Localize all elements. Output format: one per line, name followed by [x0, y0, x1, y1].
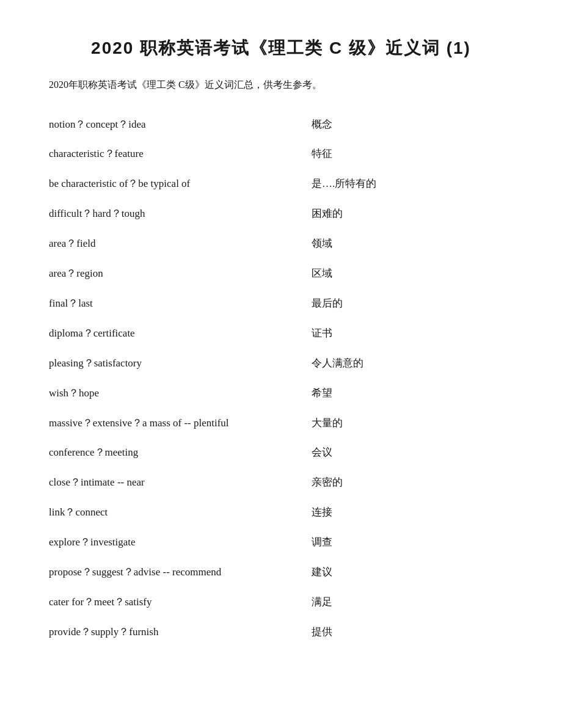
- vocab-item: be characteristic of？be typical of是….所特有…: [49, 169, 513, 199]
- vocab-english: be characteristic of？be typical of: [49, 175, 305, 193]
- vocab-item: pleasing？satisfactory令人满意的: [49, 349, 513, 379]
- vocab-chinese: 大量的: [312, 415, 343, 432]
- vocab-english: close？intimate -- near: [49, 474, 305, 492]
- vocab-item: conference？meeting会议: [49, 438, 513, 468]
- vocab-english: wish？hope: [49, 385, 305, 402]
- vocab-english: pleasing？satisfactory: [49, 355, 305, 373]
- vocab-item: area？region区域: [49, 259, 513, 289]
- vocab-item: link？connect连接: [49, 498, 513, 528]
- page-subtitle: 2020年职称英语考试《理工类 C级》近义词汇总，供考生参考。: [49, 77, 513, 93]
- vocab-chinese: 提供: [312, 624, 332, 641]
- vocab-item: massive？extensive？a mass of -- plentiful…: [49, 409, 513, 439]
- vocab-item: area？field领域: [49, 229, 513, 259]
- vocab-english: final？last: [49, 295, 305, 313]
- vocab-english: conference？meeting: [49, 444, 305, 462]
- vocab-chinese: 是….所特有的: [312, 175, 376, 193]
- vocab-chinese: 最后的: [312, 295, 343, 313]
- vocab-chinese: 困难的: [312, 205, 343, 223]
- vocab-chinese: 满足: [312, 594, 332, 611]
- vocab-chinese: 概念: [312, 116, 332, 134]
- vocab-item: characteristic？feature特征: [49, 139, 513, 169]
- vocab-item: explore？investigate调查: [49, 528, 513, 558]
- vocab-english: diploma？certificate: [49, 325, 305, 343]
- vocab-chinese: 连接: [312, 504, 332, 522]
- vocab-english: area？region: [49, 265, 305, 283]
- vocab-english: characteristic？feature: [49, 145, 305, 163]
- vocab-chinese: 亲密的: [312, 474, 343, 492]
- vocab-chinese: 证书: [312, 325, 332, 343]
- vocab-chinese: 调查: [312, 534, 332, 551]
- vocab-item: close？intimate -- near亲密的: [49, 468, 513, 498]
- vocab-item: propose？suggest？advise -- recommend建议: [49, 558, 513, 588]
- vocab-english: propose？suggest？advise -- recommend: [49, 564, 305, 581]
- vocab-english: massive？extensive？a mass of -- plentiful: [49, 415, 305, 432]
- vocab-chinese: 希望: [312, 385, 332, 402]
- vocab-english: notion？concept？idea: [49, 116, 305, 134]
- vocab-chinese: 会议: [312, 444, 332, 462]
- vocab-item: final？last最后的: [49, 289, 513, 319]
- vocab-item: notion？concept？idea概念: [49, 110, 513, 140]
- vocab-chinese: 特征: [312, 145, 332, 163]
- vocab-chinese: 令人满意的: [312, 355, 363, 373]
- vocab-chinese: 建议: [312, 564, 332, 581]
- vocab-english: link？connect: [49, 504, 305, 522]
- vocab-english: difficult？hard？tough: [49, 205, 305, 223]
- vocab-chinese: 领域: [312, 235, 332, 253]
- vocab-list: notion？concept？idea概念characteristic？feat…: [49, 110, 513, 647]
- vocab-english: cater for？meet？satisfy: [49, 594, 305, 611]
- vocab-item: diploma？certificate证书: [49, 319, 513, 349]
- vocab-item: difficult？hard？tough困难的: [49, 199, 513, 229]
- vocab-english: explore？investigate: [49, 534, 305, 551]
- page-title: 2020 职称英语考试《理工类 C 级》近义词 (1): [49, 37, 513, 60]
- vocab-item: provide？supply？furnish提供: [49, 617, 513, 647]
- vocab-english: provide？supply？furnish: [49, 624, 305, 641]
- vocab-chinese: 区域: [312, 265, 332, 283]
- vocab-english: area？field: [49, 235, 305, 253]
- vocab-item: wish？hope希望: [49, 379, 513, 409]
- vocab-item: cater for？meet？satisfy满足: [49, 588, 513, 617]
